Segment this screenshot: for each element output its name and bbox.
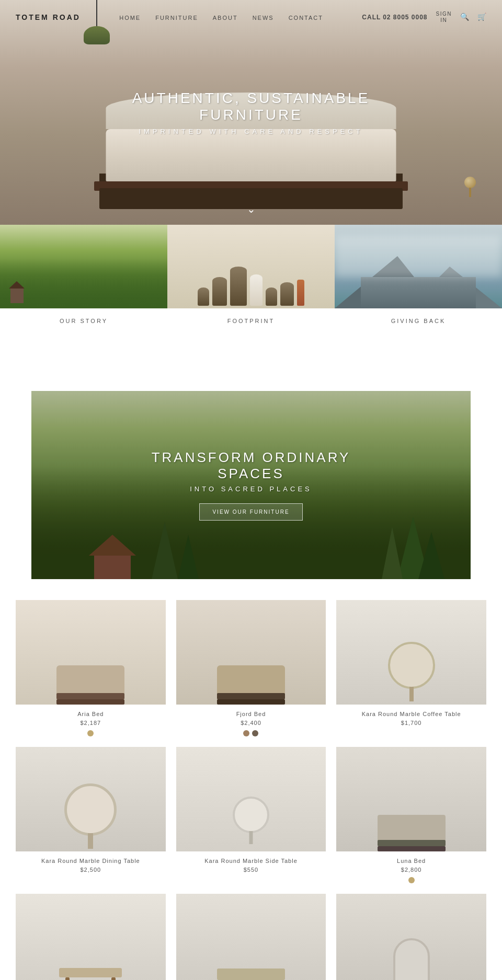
footprint-image [167,225,335,308]
side-table-name: Kara Round Marble Side Table [204,858,298,864]
cart-icon[interactable]: 🛒 [477,13,486,21]
banner-text: TRANSFORM ORDINARY SPACES INTO SACRED PL… [141,449,361,521]
aria-bed-price: $2,187 [81,720,101,726]
product-card-dining-table[interactable]: Kara Round Marble Dining Table $2,500 [16,747,166,883]
product-image-luna-bed [336,747,486,851]
view-furniture-button[interactable]: VIEW OUR FURNITURE [199,503,302,521]
our-story-image [0,225,167,308]
aria-bed-swatches [87,730,94,736]
mattress [106,129,396,181]
hero-text: AUTHENTIC, SUSTAINABLE FURNITURE IMPRINT… [126,90,376,135]
fjord-bed-name: Fjord Bed [236,711,266,717]
brand-logo[interactable]: TOTEM ROAD [16,13,81,21]
luxa-console-shape [217,969,285,980]
product-card-coffee-table[interactable]: Kara Round Marble Coffee Table $1,700 [336,600,486,736]
luna-bed-name: Luna Bed [397,858,426,864]
product-card-luxa-console[interactable]: Luxa Console Table $1,500 [176,894,326,980]
nav-item-furniture[interactable]: FURNITURE [155,13,198,22]
banner-subtitle: INTO SACRED PLACES [141,485,361,493]
nav-item-home[interactable]: HOME [119,13,141,22]
footprint-label: FOOTPRINT [227,318,275,324]
luna-bed-swatches [408,877,415,883]
candle-2 [280,282,294,306]
scroll-chevron[interactable]: ⌄ [247,203,256,215]
dining-table-price: $2,500 [81,867,101,873]
main-nav: HOME FURNITURE ABOUT NEWS CONTACT [119,13,323,22]
bed-illustration [89,63,413,209]
dining-table-name: Kara Round Marble Dining Table [41,858,140,864]
aria-bed-name: Aria Bed [77,711,104,717]
product-image-luxa-mirror [336,894,486,980]
candle-tall [230,267,247,306]
product-image-dining-table [16,747,166,851]
products-grid: Aria Bed $2,187 Fjord Bed $2,400 [16,600,486,980]
product-card-luna-bed[interactable]: Luna Bed $2,800 [336,747,486,883]
search-icon[interactable]: 🔍 [460,13,469,21]
candle-white [250,274,263,306]
product-card-luxa-bench[interactable]: Luxa Bench $1,450 [16,894,166,980]
mountains-background [335,225,502,308]
giving-back-image [335,225,502,308]
panel-giving-back[interactable]: GIVING BACK [335,225,502,328]
fjord-bed-swatches [243,730,258,736]
product-image-luxa-bench [16,894,166,980]
swatch-dark-1[interactable] [252,730,258,736]
luxa-bench-shape [59,968,122,977]
our-story-label: OUR STORY [60,318,108,324]
forest-background [0,225,167,308]
product-image-aria-bed [16,600,166,705]
nav-item-news[interactable]: NEWS [253,13,274,22]
nav-item-about[interactable]: ABOUT [213,13,238,22]
coffee-table-shape [388,642,435,689]
candle-short-2 [266,287,277,306]
hero-title: AUTHENTIC, SUSTAINABLE FURNITURE [126,90,376,123]
candle-1 [212,277,227,306]
phone-info: CALL 02 8005 0008 [362,14,427,21]
panel-footprint[interactable]: FOOTPRINT [167,225,335,328]
product-image-luxa-console [176,894,326,980]
product-card-fjord-bed[interactable]: Fjord Bed $2,400 [176,600,326,736]
swatch-tan-1[interactable] [87,730,94,736]
luxa-mirror-shape [393,938,430,980]
fjord-bed-shape [217,665,285,694]
nav-item-contact[interactable]: CONTACT [289,13,323,22]
swatch-tan-2[interactable] [408,877,415,883]
product-image-fjord-bed [176,600,326,705]
luna-bed-shape [378,815,446,841]
coffee-table-name: Kara Round Marble Coffee Table [362,711,461,717]
mountain-base [361,277,476,308]
candle-short-1 [198,287,209,306]
panel-our-story[interactable]: OUR STORY [0,225,167,328]
nav-right: CALL 02 8005 0008 SIGNIN 🔍 🛒 [362,11,486,24]
aria-bed-shape [56,665,124,694]
side-table-price: $550 [244,867,258,873]
fjord-bed-price: $2,400 [241,720,261,726]
sphere-stand [469,188,471,197]
header: TOTEM ROAD HOME FURNITURE ABOUT NEWS CON… [0,0,502,34]
three-panels-section: OUR STORY FOOTPRINT [0,225,502,328]
copper-bottle [297,280,304,306]
side-table-shape [233,797,269,833]
luna-bed-price: $2,800 [401,867,422,873]
product-card-luxa-mirror[interactable]: Luxa Mirror $1,900 [336,894,486,980]
sphere-lamp [464,177,476,188]
product-card-side-table[interactable]: Kara Round Marble Side Table $550 [176,747,326,883]
hero-subtitle: IMPRINTED WITH CARE AND RESPECT [126,128,376,135]
mist [335,235,502,277]
products-section: Aria Bed $2,187 Fjord Bed $2,400 [0,579,502,980]
swatch-brown-1[interactable] [243,730,249,736]
dining-table-shape [64,783,117,836]
forest-banner: TRANSFORM ORDINARY SPACES INTO SACRED PL… [31,391,471,579]
spacer-1 [0,328,502,391]
giving-back-label: GIVING BACK [391,318,446,324]
product-image-coffee-table [336,600,486,705]
coffee-table-price: $1,700 [401,720,422,726]
banner-wrapper: TRANSFORM ORDINARY SPACES INTO SACRED PL… [0,391,502,579]
product-card-aria-bed[interactable]: Aria Bed $2,187 [16,600,166,736]
banner-title: TRANSFORM ORDINARY SPACES [141,449,361,482]
candles-background [167,225,335,308]
product-image-side-table [176,747,326,851]
sign-in-button[interactable]: SIGNIN [436,11,452,24]
